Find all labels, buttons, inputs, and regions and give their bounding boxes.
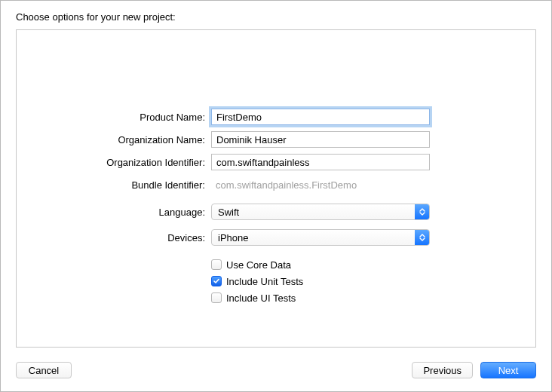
language-select[interactable]: Swift — [211, 204, 430, 220]
include-unit-tests-label: Include Unit Tests — [226, 276, 303, 287]
organization-identifier-label: Organization Identifier: — [17, 157, 211, 168]
product-name-input[interactable] — [211, 109, 430, 125]
chevron-updown-icon — [415, 230, 429, 245]
bundle-identifier-value: com.swiftandpainless.FirstDemo — [211, 179, 357, 191]
language-label: Language: — [17, 207, 211, 218]
organization-name-label: Organization Name: — [17, 134, 211, 145]
include-unit-tests-checkbox[interactable] — [211, 276, 222, 286]
button-bar: Cancel Previous Next — [16, 360, 536, 381]
bundle-identifier-label: Bundle Identifier: — [17, 179, 211, 191]
product-name-label: Product Name: — [17, 112, 211, 123]
devices-select-value: iPhone — [218, 232, 248, 243]
use-core-data-label: Use Core Data — [226, 259, 291, 271]
organization-name-input[interactable] — [211, 131, 430, 148]
next-button[interactable]: Next — [480, 362, 536, 378]
dialog-title: Choose options for your new project: — [1, 1, 551, 23]
chevron-updown-icon — [415, 204, 429, 219]
content-frame: Product Name: Organization Name: Organiz… — [16, 29, 536, 348]
cancel-button[interactable]: Cancel — [16, 362, 72, 378]
project-options-form: Product Name: Organization Name: Organiz… — [17, 106, 535, 306]
include-ui-tests-label: Include UI Tests — [226, 292, 296, 304]
previous-button[interactable]: Previous — [412, 362, 473, 378]
organization-identifier-input[interactable] — [211, 154, 430, 170]
devices-select[interactable]: iPhone — [211, 229, 430, 246]
use-core-data-checkbox[interactable] — [211, 259, 222, 270]
devices-label: Devices: — [17, 232, 211, 243]
include-ui-tests-checkbox[interactable] — [211, 292, 222, 303]
language-select-value: Swift — [218, 207, 239, 218]
